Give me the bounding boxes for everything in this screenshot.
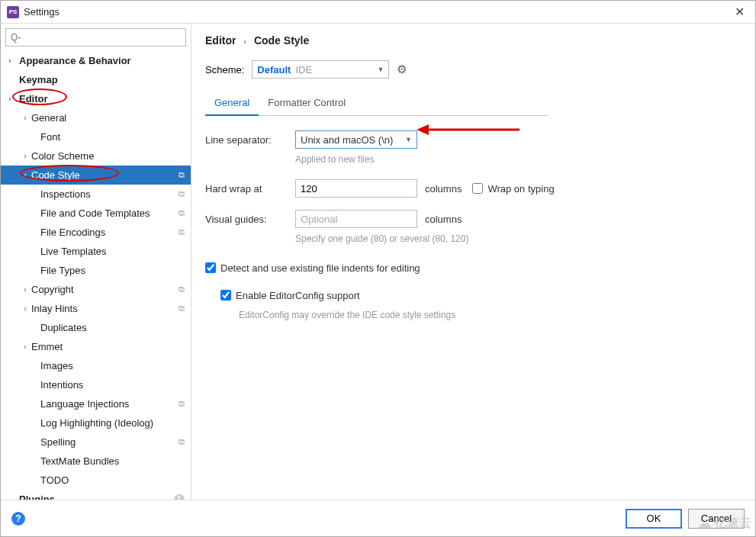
copy-icon: ⧉: [179, 285, 185, 294]
sidebar-item-file-encodings[interactable]: File Encodings⧉: [1, 223, 191, 242]
copy-icon: ⧉: [179, 208, 185, 218]
chevron-right-icon: ›: [16, 285, 34, 294]
sidebar-item-code-style[interactable]: ›Code Style⧉: [1, 166, 191, 185]
enable-editorconfig-checkbox[interactable]: [220, 290, 231, 301]
wrap-on-typing-label: Wrap on typing: [487, 183, 554, 195]
sidebar-item-label: TextMate Bundles: [40, 455, 119, 467]
chevron-down-icon: ▼: [377, 66, 384, 73]
close-icon[interactable]: ✕: [730, 5, 749, 19]
detect-indents-checkbox[interactable]: [205, 262, 216, 273]
sidebar-item-label: Font: [40, 131, 60, 143]
sidebar-item-label: Images: [40, 360, 73, 371]
line-separator-select[interactable]: Unix and macOS (\n) ▼: [295, 130, 417, 149]
sidebar-item-label: Code Style: [31, 169, 80, 181]
visual-guides-hint: Specify one guide (80) or several (80, 1…: [295, 233, 737, 244]
sidebar-item-duplicates[interactable]: Duplicates: [1, 318, 191, 337]
sidebar-item-label: Emmet: [31, 341, 63, 352]
help-icon[interactable]: ?: [11, 512, 25, 526]
copy-icon: ⧉: [179, 437, 185, 447]
settings-tree: ›Appearance & BehaviorKeymap›Editor›Gene…: [1, 51, 191, 500]
columns-label-2: columns: [425, 214, 462, 225]
chevron-right-icon: ›: [16, 171, 34, 179]
editorconfig-hint: EditorConfig may override the IDE code s…: [239, 310, 737, 320]
sidebar-item-spelling[interactable]: Spelling⧉: [1, 432, 191, 452]
tab-formatter-control[interactable]: Formatter Control: [259, 92, 355, 115]
window-title: Settings: [24, 6, 60, 18]
sidebar-item-keymap[interactable]: Keymap: [1, 70, 191, 89]
chevron-down-icon: ▼: [405, 136, 412, 143]
sidebar-item-plugins[interactable]: Plugins1: [1, 490, 191, 500]
hard-wrap-input[interactable]: [295, 179, 417, 198]
sidebar-item-label: Keymap: [19, 74, 58, 85]
sidebar-item-color-scheme[interactable]: ›Color Scheme: [1, 146, 191, 166]
sidebar-item-intentions[interactable]: Intentions: [1, 375, 191, 394]
sidebar-item-editor[interactable]: ›Editor: [1, 89, 191, 108]
wrap-on-typing-checkbox[interactable]: [472, 183, 483, 194]
main-panel: Editor › Code Style Scheme: Default IDE …: [191, 24, 755, 500]
line-separator-label: Line separator:: [205, 134, 295, 146]
sidebar-item-label: Language Injections: [40, 398, 129, 410]
sidebar-item-label: File Types: [40, 265, 85, 276]
footer: ? OK Cancel: [1, 500, 755, 536]
ok-button[interactable]: OK: [626, 509, 682, 529]
sidebar-item-label: TODO: [40, 474, 69, 486]
copy-icon: ⧉: [179, 399, 185, 409]
sidebar-item-label: Inspections: [40, 188, 91, 200]
copy-icon: ⧉: [179, 227, 185, 237]
visual-guides-label: Visual guides:: [205, 214, 295, 225]
sidebar-item-emmet[interactable]: ›Emmet: [1, 337, 191, 356]
chevron-right-icon: ›: [16, 304, 34, 313]
cloud-icon: ☁: [696, 514, 712, 532]
update-count-badge: 1: [174, 494, 185, 500]
sidebar-item-label: Intentions: [40, 379, 83, 391]
sidebar-item-label: General: [31, 112, 66, 124]
titlebar: PS Settings ✕: [1, 1, 755, 24]
sidebar-item-inlay-hints[interactable]: ›Inlay Hints⧉: [1, 299, 191, 318]
sidebar-item-label: Copyright: [31, 284, 74, 295]
sidebar-item-inspections[interactable]: Inspections⧉: [1, 185, 191, 204]
watermark: ☁ 亿速云: [696, 514, 751, 532]
sidebar-item-language-injections[interactable]: Language Injections⧉: [1, 394, 191, 413]
sidebar-item-todo[interactable]: TODO: [1, 471, 191, 490]
sidebar-item-label: Log Highlighting (Ideolog): [40, 417, 153, 429]
scheme-select[interactable]: Default IDE ▼: [252, 60, 389, 79]
sidebar-item-label: Inlay Hints: [31, 303, 78, 314]
enable-editorconfig-label: Enable EditorConfig support: [236, 290, 360, 301]
chevron-right-icon: ›: [16, 114, 34, 122]
chevron-right-icon: ›: [1, 56, 19, 65]
sidebar-item-appearance-behavior[interactable]: ›Appearance & Behavior: [1, 51, 191, 70]
sidebar-item-label: File and Code Templates: [40, 207, 150, 219]
sidebar-item-file-types[interactable]: File Types: [1, 261, 191, 280]
chevron-right-icon: ›: [16, 152, 34, 160]
search-input[interactable]: [5, 28, 186, 47]
sidebar-item-copyright[interactable]: ›Copyright⧉: [1, 280, 191, 299]
breadcrumb-code-style: Code Style: [254, 34, 309, 47]
tab-general[interactable]: General: [205, 92, 259, 116]
sidebar-item-log-highlighting-ideolog-[interactable]: Log Highlighting (Ideolog): [1, 413, 191, 432]
chevron-right-icon: ›: [16, 342, 34, 351]
copy-icon: ⧉: [179, 170, 185, 180]
sidebar: ›Appearance & BehaviorKeymap›Editor›Gene…: [1, 24, 191, 500]
hard-wrap-label: Hard wrap at: [205, 183, 295, 195]
sidebar-item-label: Plugins: [19, 494, 55, 500]
sidebar-item-label: Duplicates: [40, 322, 87, 333]
scheme-name: Default: [257, 64, 291, 76]
sidebar-item-label: Editor: [19, 93, 48, 105]
copy-icon: ⧉: [179, 189, 185, 199]
sidebar-item-images[interactable]: Images: [1, 356, 191, 375]
sidebar-item-general[interactable]: ›General: [1, 108, 191, 127]
columns-label: columns: [425, 183, 462, 195]
sidebar-item-label: File Encodings: [40, 227, 105, 238]
sidebar-item-textmate-bundles[interactable]: TextMate Bundles: [1, 452, 191, 471]
tabs: General Formatter Control: [205, 92, 549, 116]
scheme-label: Scheme:: [205, 64, 244, 76]
sidebar-item-live-templates[interactable]: Live Templates: [1, 242, 191, 261]
visual-guides-input[interactable]: [295, 210, 417, 228]
sidebar-item-file-and-code-templates[interactable]: File and Code Templates⧉: [1, 204, 191, 223]
copy-icon: ⧉: [179, 304, 185, 314]
sidebar-item-font[interactable]: Font: [1, 127, 191, 146]
line-separator-value: Unix and macOS (\n): [301, 134, 393, 146]
app-icon: PS: [7, 6, 19, 18]
sidebar-item-label: Spelling: [40, 436, 76, 448]
gear-icon[interactable]: ⚙: [397, 63, 407, 76]
